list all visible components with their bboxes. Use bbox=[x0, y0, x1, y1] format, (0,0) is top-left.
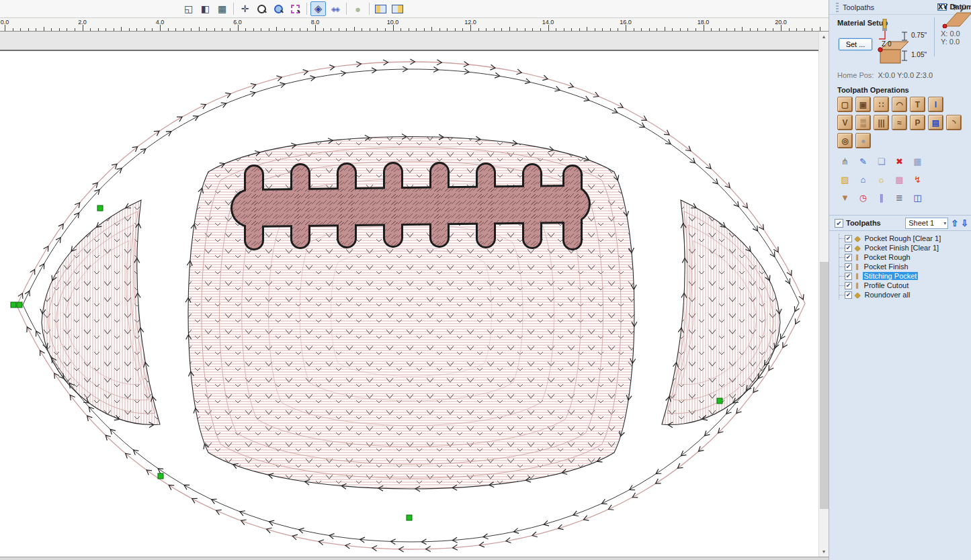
toolpath-label[interactable]: Stitching Pocket bbox=[863, 272, 919, 280]
toolpath-list-item[interactable]: ✔◆Roundover all bbox=[845, 290, 971, 299]
layout-2d-view-icon[interactable]: ◧ bbox=[198, 1, 213, 16]
panel-grip[interactable] bbox=[836, 3, 839, 12]
ruler-label: 20.0 bbox=[775, 19, 787, 26]
outside-job-area bbox=[0, 32, 829, 51]
toolpath-start-marker bbox=[407, 515, 412, 520]
tile-windows-vertical-icon bbox=[392, 5, 403, 13]
toolpath-simulation-icon[interactable]: ∥ bbox=[874, 190, 889, 205]
xy-datum-graphic bbox=[938, 11, 971, 28]
zoom-drawing-icon[interactable] bbox=[271, 1, 286, 16]
quick-engrave-toolpath-icon[interactable]: ◠ bbox=[892, 97, 907, 112]
job-size-icon[interactable]: ◱ bbox=[181, 1, 196, 16]
2d-view-canvas[interactable] bbox=[0, 51, 829, 557]
move-toolpath-up-button[interactable]: ⇧ bbox=[951, 218, 958, 228]
moulding-toolpath-icon[interactable]: ▤ bbox=[928, 115, 943, 130]
machine-settings-icon[interactable]: ≣ bbox=[892, 190, 907, 205]
material-set-button[interactable]: Set ... bbox=[839, 38, 872, 50]
toolpath-checkbox[interactable]: ✔ bbox=[845, 254, 852, 261]
drilling-toolpath-icon[interactable]: ∷ bbox=[874, 97, 889, 112]
toolpath-checkbox[interactable]: ✔ bbox=[845, 235, 852, 242]
toolpath-start-marker bbox=[97, 205, 103, 211]
main-toolbar: ◱◧▦✛◈◈◈● bbox=[0, 0, 829, 18]
save-toolpaths-icon[interactable]: ▨ bbox=[837, 172, 853, 187]
edit-toolpath-icon[interactable]: ✎ bbox=[855, 154, 871, 169]
toolpath-checkbox[interactable]: ✔ bbox=[845, 263, 852, 271]
toolpath-drawing-2d-icon[interactable]: ◈ bbox=[310, 1, 326, 16]
move-toolpath-down-button[interactable]: ⇩ bbox=[961, 218, 968, 228]
save-gcode-icon[interactable]: ◫ bbox=[910, 190, 925, 205]
inlay-toolpath-icon[interactable]: I bbox=[928, 97, 943, 112]
dome-finish-toolpath-icon[interactable]: ● bbox=[855, 133, 871, 148]
endmill-bit-icon: ❚ bbox=[855, 254, 860, 261]
toolpath-label[interactable]: Pocket Rough bbox=[863, 253, 912, 261]
toolpath-list-item[interactable]: ✔❚Pocket Rough bbox=[845, 252, 971, 262]
toolpath-list-item[interactable]: ✔◆Pocket Finish [Clear 1] bbox=[845, 243, 971, 252]
zoom-box-icon[interactable] bbox=[254, 1, 269, 16]
prism-carve-toolpath-icon[interactable]: P bbox=[910, 115, 925, 130]
toolpath-list-title: Toolpaths bbox=[846, 219, 901, 227]
ruler-label: 12.0 bbox=[464, 19, 476, 26]
vertical-scrollbar[interactable]: ▲ ▼ bbox=[818, 32, 829, 557]
scroll-down-button[interactable]: ▼ bbox=[819, 547, 829, 557]
pocket-toolpath-icon[interactable]: ▣ bbox=[855, 97, 871, 112]
toolpath-checkbox[interactable]: ✔ bbox=[845, 291, 852, 299]
tool-database-icon[interactable]: ⋔ bbox=[837, 154, 853, 169]
panel-title: Toolpaths bbox=[843, 3, 874, 11]
toolpath-list-item[interactable]: ✔❚Pocket Finish bbox=[845, 262, 971, 271]
merge-toolpaths-icon[interactable]: ▩ bbox=[892, 172, 907, 187]
sheet-selector[interactable]: Sheet 1 ▾ bbox=[905, 218, 948, 229]
toolpath-label[interactable]: Pocket Finish bbox=[863, 263, 910, 271]
toolpath-solid-2d-icon[interactable]: ◈◈ bbox=[327, 1, 343, 16]
snap-grid-icon[interactable]: ▦ bbox=[214, 1, 230, 16]
delete-toolpath-icon[interactable]: ✖ bbox=[892, 154, 907, 169]
pan-view-icon[interactable]: ✛ bbox=[237, 1, 253, 16]
toolpaths-panel: Toolpaths ? Material Setup Set ... Z 0 0… bbox=[829, 0, 971, 560]
toolpath-time-estimate-icon[interactable]: ◷ bbox=[855, 190, 871, 205]
material-block-graphic bbox=[874, 19, 921, 70]
toolpath-label[interactable]: Profile Cutout bbox=[863, 281, 911, 289]
preview-toolpath-icon[interactable]: ▼ bbox=[837, 190, 853, 205]
vcarve-toolpath-icon[interactable]: V bbox=[837, 115, 853, 130]
ballnose-bit-icon: ◆ bbox=[855, 244, 860, 252]
ruler-label: 10.0 bbox=[387, 19, 399, 26]
scroll-up-button[interactable]: ▲ bbox=[819, 32, 829, 42]
ruler-label: 8.0 bbox=[311, 19, 320, 26]
tile-windows-horizontal-icon[interactable] bbox=[373, 1, 388, 16]
texture-text-toolpath-icon[interactable]: T bbox=[910, 97, 925, 112]
ballnose-bit-icon: ◆ bbox=[855, 234, 860, 243]
preview-3d-icon[interactable]: ● bbox=[350, 1, 366, 16]
dish-carve-toolpath-icon[interactable]: ◎ bbox=[837, 133, 853, 148]
endmill-bit-icon: ❚ bbox=[855, 273, 860, 279]
toolpath-checkbox[interactable]: ✔ bbox=[845, 244, 852, 252]
zoom-selection-icon[interactable] bbox=[288, 1, 303, 16]
save-toolpath-template-icon[interactable]: ☼ bbox=[874, 172, 889, 187]
toolpath-operations-grid: ▢▣∷◠TIV▒|||≈P▤◝◎●⋔✎❏✖▦▨⌂☼▩↯▼◷∥≣◫ bbox=[829, 95, 971, 205]
toolpath-start-marker bbox=[158, 473, 163, 479]
zoom-box-icon bbox=[257, 4, 267, 14]
tile-windows-horizontal-icon bbox=[375, 5, 386, 13]
toolpaths-visibility-checkbox[interactable]: ✔ bbox=[835, 219, 843, 228]
duplicate-toolpath-icon[interactable]: ❏ bbox=[874, 154, 889, 169]
batch-recalculate-icon[interactable]: ↯ bbox=[910, 172, 925, 187]
material-thickness-value: 1.05" bbox=[911, 51, 927, 58]
rounding-toolpath-icon[interactable]: ◝ bbox=[946, 115, 962, 130]
toolpath-label[interactable]: Roundover all bbox=[863, 291, 911, 299]
toolpath-list-item[interactable]: ✔❚Profile Cutout bbox=[845, 281, 971, 290]
toolpath-label[interactable]: Pocket Rough [Clear 1] bbox=[863, 234, 942, 242]
toolpath-label[interactable]: Pocket Finish [Clear 1] bbox=[863, 244, 940, 252]
toolpath-list-item[interactable]: ✔◆Pocket Rough [Clear 1] bbox=[845, 234, 971, 243]
profile-toolpath-icon[interactable]: ▢ bbox=[837, 97, 853, 112]
gap-above-value: 0.75" bbox=[911, 32, 927, 39]
load-toolpath-template-icon[interactable]: ⌂ bbox=[855, 172, 871, 187]
tile-windows-vertical-icon[interactable] bbox=[390, 1, 405, 16]
toolpath-checkbox[interactable]: ✔ bbox=[845, 273, 852, 280]
recalculate-toolpath-icon[interactable]: ▦ bbox=[910, 154, 925, 169]
toolpath-list-item[interactable]: ✔❚Stitching Pocket bbox=[845, 271, 971, 281]
z-zero-label: Z 0 bbox=[882, 40, 891, 48]
scrollbar-thumb[interactable] bbox=[820, 262, 829, 509]
fluting-toolpath-icon[interactable]: ||| bbox=[874, 115, 889, 130]
toolpath-checkbox[interactable]: ✔ bbox=[845, 282, 852, 289]
texture-toolpath-icon[interactable]: ≈ bbox=[892, 115, 907, 130]
rough-3d-toolpath-icon[interactable]: ▒ bbox=[855, 115, 871, 130]
xy-datum-block: XY Datum X: 0.0 Y: 0.0 bbox=[938, 16, 971, 46]
